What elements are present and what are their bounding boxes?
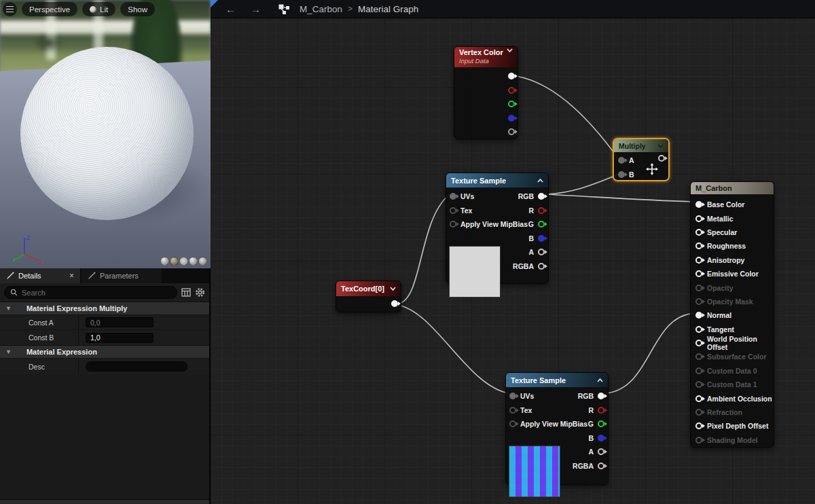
a-pin[interactable] — [598, 448, 604, 455]
teapot-icon[interactable] — [198, 257, 207, 266]
tangent-pin[interactable] — [695, 326, 702, 333]
uvs-pin[interactable] — [450, 193, 456, 200]
node-texture-sample-top[interactable]: Texture Sample UVs Tex Apply View MipBia… — [446, 173, 549, 284]
multiply-pin-output[interactable] — [658, 155, 665, 162]
chevron-up-icon[interactable] — [597, 378, 603, 382]
node-vertex-color[interactable]: Vertex Color Input Data — [454, 46, 518, 139]
tab-details[interactable]: Details × — [0, 268, 80, 283]
rgb-pin[interactable] — [538, 193, 545, 200]
plane-icon[interactable] — [179, 257, 188, 266]
emissive-color-pin[interactable] — [695, 270, 702, 277]
multiply-header[interactable]: Multiply — [614, 139, 668, 152]
gear-icon[interactable] — [195, 287, 205, 298]
texture-sample-header[interactable]: Texture Sample — [506, 373, 608, 387]
metallic-label: Metallic — [707, 215, 734, 223]
display-options-icon[interactable] — [181, 288, 191, 297]
vertex-color-pin-rgb[interactable] — [508, 73, 515, 79]
wire-texturesample-rgb-to-normal — [606, 313, 694, 393]
vertex-color-pin-g[interactable] — [508, 101, 515, 107]
graph-topbar: ← → M_Carbon > Material Graph — [211, 0, 815, 18]
close-icon[interactable]: × — [69, 272, 74, 280]
rgb-label: RGB — [578, 392, 594, 400]
anisotropy-pin[interactable] — [695, 257, 702, 264]
uvs-pin[interactable] — [509, 393, 516, 399]
metallic-pin[interactable] — [695, 215, 702, 222]
perspective-button[interactable]: Perspective — [22, 2, 77, 16]
g-pin[interactable] — [538, 221, 545, 228]
property-row-const-b: Const B 1,0 — [0, 329, 209, 345]
cylinder-icon[interactable] — [160, 257, 169, 266]
back-arrow-icon[interactable]: ← — [225, 3, 236, 15]
texcoord-header[interactable]: TexCoord[0] — [336, 281, 401, 296]
tex-pin[interactable] — [450, 207, 456, 214]
vertex-color-pin-b[interactable] — [508, 115, 515, 122]
rgba-pin[interactable] — [598, 463, 604, 469]
r-pin[interactable] — [538, 207, 545, 214]
section-material-expression-multiply[interactable]: ▼ Material Expression Multiply — [0, 302, 209, 314]
node-m-carbon-result[interactable]: M_Carbon Base Color Metallic Specular Ro… — [690, 181, 774, 448]
rgb-pin[interactable] — [598, 393, 604, 399]
anisotropy-label: Anisotropy — [707, 256, 744, 264]
sphere-icon[interactable] — [170, 257, 179, 266]
backdrop-bush — [33, 33, 64, 53]
vertex-color-subtitle: Input Data — [459, 57, 503, 65]
texture-sample-header[interactable]: Texture Sample — [446, 173, 548, 187]
show-button[interactable]: Show — [120, 2, 155, 16]
texcoord-pin-output[interactable] — [391, 300, 398, 307]
ambient-occlusion-pin[interactable] — [695, 395, 702, 402]
r-label: R — [588, 406, 594, 414]
desc-field[interactable] — [86, 361, 187, 372]
const-b-field[interactable]: 1,0 — [86, 333, 153, 343]
node-texcoord[interactable]: TexCoord[0] — [336, 281, 401, 312]
search-icon — [10, 289, 18, 296]
specular-pin[interactable] — [695, 229, 702, 236]
material-graph-icon — [278, 4, 290, 14]
show-label: Show — [128, 5, 147, 14]
tab-parameters[interactable]: Parameters — [82, 268, 162, 283]
multiply-pin-b[interactable] — [618, 171, 625, 178]
section-title: Material Expression Multiply — [26, 304, 128, 312]
const-a-field[interactable]: 0,0 — [86, 317, 153, 327]
vertex-color-pin-a[interactable] — [508, 128, 515, 135]
tex-pin[interactable] — [509, 407, 516, 414]
vertex-color-header[interactable]: Vertex Color Input Data — [454, 47, 518, 67]
chevron-down-icon[interactable] — [657, 144, 664, 148]
breadcrumb-asset[interactable]: M_Carbon — [300, 4, 342, 14]
g-label: G — [588, 420, 594, 428]
base-color-pin[interactable] — [695, 201, 702, 208]
chevron-up-icon[interactable] — [537, 179, 543, 183]
material-graph-canvas[interactable]: ← → M_Carbon > Material Graph — [211, 0, 815, 504]
search-box[interactable] — [4, 286, 177, 299]
lit-button[interactable]: Lit — [82, 2, 115, 16]
preview-viewport[interactable]: Perspective Lit Show z x — [0, 0, 211, 268]
roughness-pin[interactable] — [695, 242, 702, 249]
rgba-pin[interactable] — [538, 263, 545, 270]
mipbias-pin[interactable] — [509, 420, 516, 427]
multiply-pin-a[interactable] — [618, 157, 625, 164]
pixel-depth-offset-label: Pixel Depth Offset — [707, 422, 768, 430]
forward-arrow-icon[interactable]: → — [251, 3, 261, 15]
section-material-expression[interactable]: ▼ Material Expression — [0, 345, 209, 358]
m-carbon-header[interactable]: M_Carbon — [691, 182, 774, 194]
node-texture-sample-bottom[interactable]: Texture Sample UVs Tex Apply View MipBia… — [505, 372, 609, 485]
vertex-color-pin-r[interactable] — [508, 87, 515, 94]
node-multiply[interactable]: Multiply A B — [613, 138, 670, 181]
chevron-down-icon[interactable] — [390, 287, 396, 291]
chevron-down-icon[interactable] — [507, 48, 513, 52]
normal-pin[interactable] — [695, 312, 702, 319]
viewport-menu-icon[interactable] — [3, 2, 17, 16]
custom-data-0-label: Custom Data 0 — [707, 367, 757, 375]
b-pin[interactable] — [598, 435, 604, 442]
mipbias-pin[interactable] — [450, 221, 456, 228]
world-position-offset-pin[interactable] — [695, 340, 702, 346]
g-pin[interactable] — [598, 420, 604, 427]
custom-data-0-pin — [695, 367, 702, 374]
a-pin[interactable] — [538, 249, 545, 255]
search-input[interactable] — [22, 289, 171, 297]
b-label: B — [528, 234, 534, 242]
pixel-depth-offset-pin[interactable] — [695, 422, 702, 429]
cube-icon[interactable] — [189, 257, 198, 266]
r-pin[interactable] — [598, 407, 604, 414]
b-pin[interactable] — [538, 235, 545, 242]
tangent-label: Tangent — [707, 325, 734, 334]
